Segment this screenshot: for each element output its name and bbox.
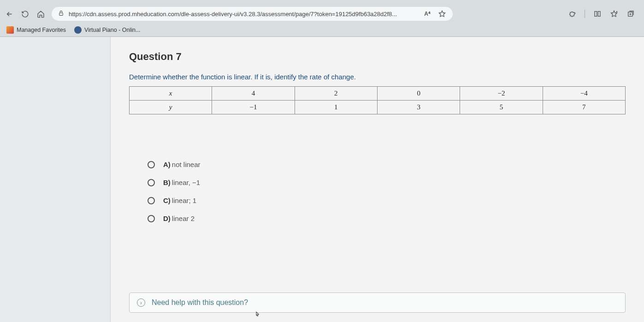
cell: −2	[460, 87, 543, 101]
url-text: https://cdn.assess.prod.mheducation.com/…	[69, 11, 419, 18]
answer-option-d[interactable]: D)linear 2	[148, 215, 626, 222]
bookmark-label: Managed Favorites	[17, 27, 66, 33]
svg-rect-0	[59, 13, 63, 15]
radio-icon	[148, 161, 155, 168]
split-screen-icon[interactable]	[593, 10, 602, 18]
back-button[interactable]	[5, 9, 14, 18]
cell: 2	[295, 87, 377, 101]
cell: 1	[295, 101, 377, 114]
radio-icon	[148, 197, 155, 204]
bookmarks-bar: Managed Favorites Virtual Piano - Onlin.…	[0, 23, 644, 37]
row-header-x: x	[130, 87, 212, 101]
content-outer: Question 7 Determine whether the functio…	[0, 37, 644, 322]
question-page: Question 7 Determine whether the functio…	[111, 37, 644, 322]
cell: 5	[460, 101, 543, 114]
table-row: y −1 1 3 5 7	[130, 101, 626, 114]
bookmark-managed-favorites[interactable]: Managed Favorites	[6, 26, 66, 34]
title-bar	[0, 0, 644, 5]
read-aloud-icon[interactable]: A⁴	[423, 10, 431, 18]
question-prompt: Determine whether the function is linear…	[129, 73, 626, 81]
cursor-icon	[254, 311, 262, 319]
cell: −4	[543, 87, 625, 101]
cell: 3	[377, 101, 460, 114]
answer-label: D)linear 2	[163, 215, 195, 222]
answer-label: A)not linear	[163, 161, 201, 168]
question-title: Question 7	[129, 51, 626, 63]
favorite-star-icon[interactable]	[438, 10, 446, 18]
collections-icon[interactable]	[626, 10, 635, 18]
answer-label: C)linear; 1	[163, 197, 196, 204]
row-header-y: y	[130, 101, 212, 114]
browser-window: https://cdn.assess.prod.mheducation.com/…	[0, 0, 644, 322]
help-text: Need help with this question?	[152, 298, 248, 307]
address-bar: https://cdn.assess.prod.mheducation.com/…	[0, 5, 644, 23]
help-box[interactable]: › Need help with this question?	[129, 292, 626, 313]
refresh-button[interactable]	[20, 9, 30, 18]
cell: 7	[543, 101, 625, 114]
answer-option-a[interactable]: A)not linear	[148, 161, 626, 168]
lock-icon	[58, 10, 64, 18]
radio-icon	[148, 179, 155, 186]
cell: 4	[212, 87, 295, 101]
table-row: x 4 2 0 −2 −4	[130, 87, 626, 101]
site-icon	[74, 26, 82, 34]
bookmark-label: Virtual Piano - Onlin...	[84, 27, 140, 33]
chevron-right-icon: ›	[137, 298, 145, 307]
favorites-icon[interactable]	[610, 10, 618, 18]
answer-option-c[interactable]: C)linear; 1	[148, 197, 626, 204]
answer-list: A)not linear B)linear, −1 C)linear; 1 D)…	[148, 161, 626, 222]
cell: −1	[212, 101, 295, 114]
toolbar-right	[568, 10, 639, 18]
url-field[interactable]: https://cdn.assess.prod.mheducation.com/…	[52, 7, 453, 21]
cell: 0	[377, 87, 460, 101]
answer-option-b[interactable]: B)linear, −1	[148, 179, 626, 186]
folder-icon	[6, 26, 14, 34]
separator	[585, 10, 585, 18]
extensions-icon[interactable]	[568, 10, 576, 18]
answer-label: B)linear, −1	[163, 179, 200, 186]
svg-rect-2	[598, 12, 600, 17]
data-table: x 4 2 0 −2 −4 y −1 1 3 5 7	[129, 86, 626, 114]
radio-icon	[148, 215, 155, 222]
home-button[interactable]	[36, 9, 45, 18]
left-sidebar	[0, 37, 111, 322]
bookmark-virtual-piano[interactable]: Virtual Piano - Onlin...	[74, 26, 140, 34]
svg-rect-1	[595, 12, 597, 17]
